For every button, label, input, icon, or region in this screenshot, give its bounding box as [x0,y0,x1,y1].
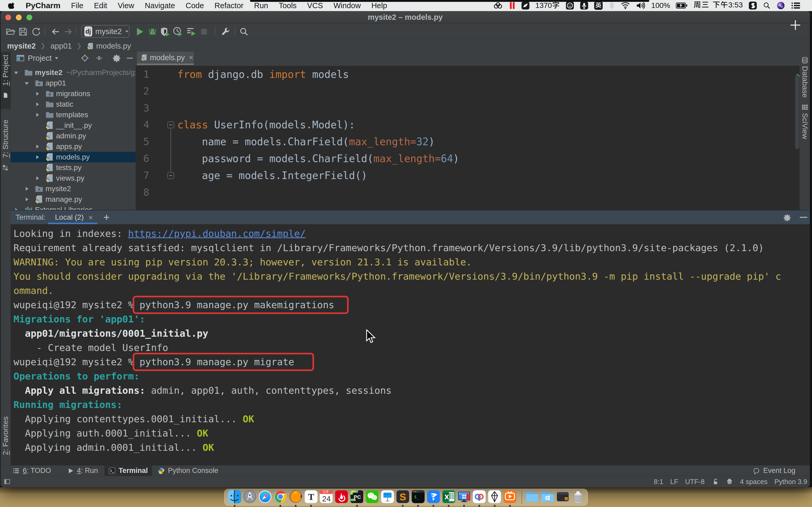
dock-app-launchpad[interactable] [243,490,257,504]
forward-icon[interactable] [63,27,73,37]
tree-collapsed-icon[interactable] [34,154,40,160]
terminal-link[interactable]: https://pypi.douban.com/simple/ [128,228,306,239]
dock-app-wechat[interactable] [365,490,379,504]
menu-item-pycharm[interactable]: PyCharm [26,1,60,10]
menu-item-file[interactable]: File [71,1,84,10]
dock-app-dingtalk[interactable] [426,490,441,504]
tree-item-templates[interactable]: templates [11,110,136,120]
tree-item-models-py[interactable]: models.py [11,152,136,162]
code-content[interactable]: from django.db import models class UserI… [176,66,757,201]
menu-item-help[interactable]: Help [371,1,387,10]
tree-item-external-libraries[interactable]: External Libraries [11,205,136,210]
tree-collapsed-icon[interactable] [34,101,40,107]
tree-item-mysite2[interactable]: mysite2~/PycharmProjects/gx [11,67,136,78]
sidebar-tab-sciview[interactable]: SciView [800,104,810,139]
tree-collapsed-icon[interactable] [34,175,40,181]
tree-item-static[interactable]: static [11,99,136,110]
terminal-tab-local[interactable]: Local (2) [48,211,97,224]
settings-wrench-icon[interactable] [221,27,231,37]
recording-pause-icon[interactable] [509,2,515,9]
dock-app-remote-desktop[interactable] [457,490,471,504]
dock-app-video-app[interactable] [503,490,517,504]
dock-app-keynote[interactable] [380,490,395,504]
tree-item-apps-py[interactable]: apps.py [11,141,136,152]
toolwindow-tab-todo[interactable]: 6: TODO [8,465,55,476]
dock-app-safari[interactable] [258,490,272,504]
sidebar-tab-database[interactable]: Database [800,57,810,98]
close-terminal-tab-icon[interactable] [88,215,93,220]
dock-app-finder[interactable] [227,490,242,504]
new-terminal-tab-icon[interactable] [103,214,110,221]
editor-tab-models[interactable]: models.py [137,52,194,64]
tree-collapsed-icon[interactable] [13,207,19,210]
breadcrumb-package[interactable]: app01 [50,42,72,50]
tree-expanded-icon[interactable] [24,80,30,86]
dock-app-excel[interactable] [442,490,456,504]
menu-item-refactor[interactable]: Refactor [215,1,244,10]
toolwindow-tab-run[interactable]: 4: Run [63,465,102,476]
dock-app-folder-docs[interactable] [525,490,539,504]
open-icon[interactable] [6,27,15,37]
code-editor[interactable]: 1 2 3 4 5 6 7 8 from django.db import mo… [136,66,800,210]
dock-app-sublime-text[interactable] [396,490,410,504]
tree-item-app01[interactable]: app01 [11,78,136,89]
volume-icon[interactable] [636,2,646,9]
editor-scrollbar[interactable] [795,75,799,149]
tree-item-tests-py[interactable]: tests.py [11,162,136,173]
lock-icon[interactable] [712,478,719,485]
file-encoding[interactable]: UTF-8 [685,478,705,486]
tree-collapsed-icon[interactable] [34,112,40,118]
indent-setting[interactable]: 4 spaces [740,478,768,486]
tree-expanded-icon[interactable] [13,70,19,75]
synchronize-icon[interactable] [31,27,41,37]
tree-item-mysite2[interactable]: mysite2 [11,183,136,194]
cloud-sync-icon[interactable] [493,2,503,9]
toggle-toolwindows-icon[interactable] [4,478,11,485]
terminal-settings-gear-icon[interactable] [783,214,791,222]
bluetooth-icon[interactable] [608,1,615,10]
dock-app-calendar[interactable]: 2411 [319,490,333,504]
sogou-input-icon[interactable] [749,1,757,10]
breadcrumb-project[interactable]: mysite2 [7,42,36,50]
control-center-icon[interactable] [791,2,800,9]
dock-app-folder-dark[interactable] [556,490,570,504]
tree-item-manage-py[interactable]: manage.py [11,194,136,205]
tree-item-admin-py[interactable]: admin.py [11,131,136,141]
run-concurrency-button[interactable] [186,26,197,37]
caret-position[interactable]: 8:1 [654,478,663,486]
menu-item-window[interactable]: Window [334,1,361,10]
dock-app-terminal[interactable] [411,490,425,504]
tree-item-migrations[interactable]: migrations [11,89,136,99]
toolwindow-tab-terminal[interactable]: Terminal [104,465,152,476]
sidebar-tab-project[interactable]: 1: Project [1,52,11,109]
apple-icon[interactable] [7,1,15,10]
siri-icon[interactable] [776,1,785,10]
terminal-output[interactable]: Looking in indexes: https://pypi.douban.… [11,224,810,465]
project-panel-header[interactable]: Project [11,52,136,65]
dock-app-chrome[interactable] [273,490,288,504]
tree-collapsed-icon[interactable] [34,144,40,150]
emoji-input-icon[interactable] [566,1,574,10]
menu-item-view[interactable]: View [118,1,134,10]
dock-app-trash[interactable] [571,490,585,504]
fold-marker-class[interactable] [167,121,174,128]
menu-item-code[interactable]: Code [186,1,204,10]
tree-collapsed-icon[interactable] [24,196,30,202]
spotlight-icon[interactable] [763,2,771,9]
tree-item--init-py[interactable]: __init__.py [11,120,136,131]
battery-icon[interactable] [676,2,688,9]
python-interpreter[interactable]: Python 3.9 [774,478,807,486]
dock-app-netease-music[interactable] [335,490,349,504]
dock-app-folder-windows[interactable] [540,490,555,504]
input-method-indicator[interactable] [594,1,603,10]
menu-item-run[interactable]: Run [254,1,268,10]
menu-item-tools[interactable]: Tools [278,1,297,10]
breadcrumb-file[interactable]: models.py [96,42,131,50]
menu-item-edit[interactable]: Edit [94,1,107,10]
save-all-icon[interactable] [18,27,28,37]
dictation-icon[interactable] [580,1,589,10]
dock-app-pycharm[interactable] [350,490,364,504]
inspections-hector-icon[interactable] [726,478,733,485]
dock-app-baidu-netdisk[interactable] [472,490,486,504]
event-log-button[interactable]: Event Log [753,467,795,475]
